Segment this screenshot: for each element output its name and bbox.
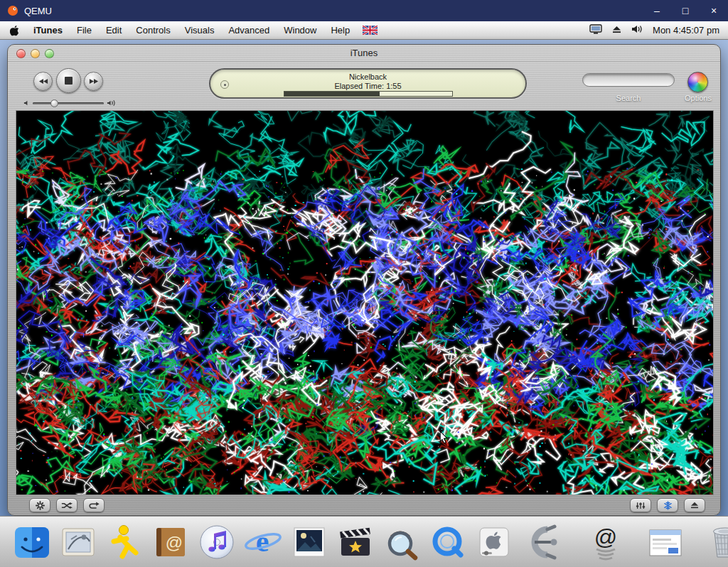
elapsed-time: Elapsed Time: 1:55: [210, 82, 525, 90]
dock-item-imovie[interactable]: [335, 522, 376, 563]
dock-item-sherlock[interactable]: [381, 522, 422, 563]
menu-itunes[interactable]: iTunes: [26, 21, 70, 40]
running-man-icon: [105, 522, 144, 562]
dock-item-system-preferences[interactable]: [473, 522, 515, 563]
menubar-clock[interactable]: Mon 4:45:07 pm: [653, 25, 719, 36]
search-label: Search: [582, 94, 675, 102]
volume-groove[interactable]: [33, 102, 104, 104]
iphoto-icon: [289, 522, 329, 562]
volume-low-icon: [23, 100, 30, 106]
snowflake-icon: [663, 501, 673, 510]
equalizer-icon: [636, 502, 646, 509]
lcd-display[interactable]: Nickelback Elapsed Time: 1:55: [209, 68, 527, 99]
fast-forward-button[interactable]: [84, 72, 103, 91]
itunes-window-title: iTunes: [350, 48, 378, 58]
dock-item-aim[interactable]: [104, 522, 145, 563]
flower-icon: [36, 501, 45, 510]
itunes-window: iTunes Nickelback Elapsed Time: 1:55 Sea…: [7, 44, 721, 516]
eject-menu-icon[interactable]: [612, 25, 621, 36]
volume-slider[interactable]: [23, 99, 116, 107]
dock: @ e @: [0, 516, 728, 567]
internet-explorer-icon: e: [243, 522, 283, 562]
qemu-app-icon: [7, 5, 18, 16]
svg-text:@: @: [594, 524, 617, 550]
quicktime-icon: [428, 522, 468, 562]
eject-icon: [690, 502, 699, 509]
itunes-titlebar[interactable]: iTunes: [8, 45, 720, 62]
rewind-icon: [38, 78, 48, 85]
clamp-tool-icon: [520, 522, 560, 562]
dock-item-finder[interactable]: [11, 522, 53, 563]
visualizer-toggle-button[interactable]: [657, 498, 678, 512]
progress-fill: [284, 92, 380, 96]
dock-item-internet-explorer[interactable]: e: [242, 522, 284, 563]
volume-high-icon: [107, 99, 116, 107]
visualizer-area[interactable]: [16, 111, 713, 495]
menu-help[interactable]: Help: [323, 21, 357, 40]
address-book-icon: @: [151, 522, 191, 562]
menu-file[interactable]: File: [70, 21, 99, 40]
search-input[interactable]: [582, 73, 675, 87]
minimized-window-icon: [646, 522, 685, 562]
menu-controls[interactable]: Controls: [129, 21, 177, 40]
volume-menu-icon[interactable]: [631, 25, 643, 36]
system-preferences-icon: [474, 522, 514, 562]
qemu-titlebar: QEMU – □ ×: [0, 0, 728, 21]
svg-text:e: e: [256, 525, 269, 558]
shuffle-button[interactable]: [56, 498, 77, 512]
visualizer-canvas[interactable]: [16, 111, 713, 495]
dock-item-quicktime[interactable]: [427, 522, 469, 563]
menu-advanced[interactable]: Advanced: [221, 21, 277, 40]
equalizer-button[interactable]: [630, 498, 651, 512]
zoom-traffic-light[interactable]: [45, 49, 54, 58]
finder-icon: [12, 522, 52, 562]
dock-item-grab-tool[interactable]: [520, 522, 561, 563]
mac-menubar: iTunes File Edit Controls Visuals Advanc…: [0, 21, 728, 40]
uk-flag-icon[interactable]: [363, 26, 378, 35]
dock-item-minimized-window[interactable]: [645, 522, 686, 563]
at-spring-icon: @: [586, 522, 626, 562]
options-button[interactable]: [687, 72, 708, 92]
fast-forward-icon: [89, 78, 99, 85]
dock-item-address-book[interactable]: @: [150, 522, 191, 563]
visual-settings-button[interactable]: [29, 498, 50, 512]
mail-stamp-icon: [58, 522, 98, 562]
dock-item-itunes[interactable]: [196, 522, 237, 563]
menu-edit[interactable]: Edit: [99, 21, 129, 40]
lcd-status-icon[interactable]: [220, 80, 229, 89]
maximize-button[interactable]: □: [671, 0, 700, 21]
dock-item-trash[interactable]: [705, 522, 728, 563]
stop-button[interactable]: [56, 68, 81, 93]
options-label: Options: [675, 94, 722, 102]
qemu-window-title: QEMU: [24, 6, 52, 16]
minimize-button[interactable]: –: [643, 0, 671, 21]
repeat-button[interactable]: [83, 498, 105, 512]
display-menu-icon[interactable]: [589, 24, 602, 36]
progress-bar[interactable]: [284, 91, 453, 97]
dock-item-mail[interactable]: [58, 522, 99, 563]
repeat-icon: [88, 502, 100, 509]
minimize-traffic-light[interactable]: [31, 49, 40, 58]
eject-button[interactable]: [684, 498, 705, 512]
itunes-cd-note-icon: [197, 522, 237, 562]
stop-icon: [65, 77, 73, 85]
trash-icon: [705, 522, 728, 562]
close-traffic-light[interactable]: [16, 49, 26, 58]
menu-window[interactable]: Window: [277, 21, 323, 40]
imovie-clapper-icon: [336, 522, 375, 562]
sherlock-magnifier-icon: [382, 522, 422, 562]
rewind-button[interactable]: [33, 72, 53, 91]
shuffle-icon: [61, 502, 73, 509]
apple-menu-icon[interactable]: [0, 25, 26, 36]
volume-thumb[interactable]: [50, 99, 58, 107]
menu-visuals[interactable]: Visuals: [178, 21, 222, 40]
dock-item-iphoto[interactable]: [289, 522, 330, 563]
close-button[interactable]: ×: [700, 0, 728, 21]
track-name: Nickelback: [210, 72, 525, 82]
svg-text:@: @: [166, 533, 183, 552]
dock-item-at-spring[interactable]: @: [585, 522, 626, 563]
